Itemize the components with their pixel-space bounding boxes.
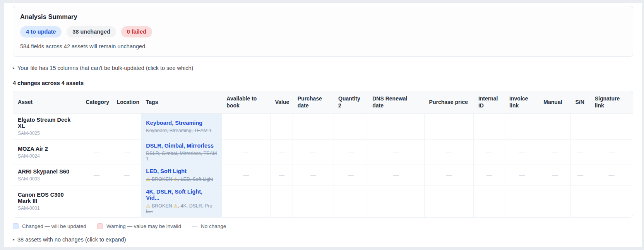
no-change-dash: — (393, 123, 399, 129)
no-change-dash: — (279, 172, 284, 178)
summary-note: 584 fields across 42 assets will remain … (20, 43, 626, 49)
no-change-dash: — (348, 172, 354, 178)
column-header: Signature link (590, 91, 633, 114)
no-change-cell: — (112, 165, 141, 185)
no-change-dash: — (577, 123, 583, 129)
legend-item-changed: Changed — will be updated (13, 223, 86, 229)
no-change-dash: — (94, 123, 99, 129)
chevron-right-icon: ▸ (13, 66, 15, 70)
column-header: Invoice link (505, 91, 539, 114)
warning-icon: ⚠ (146, 177, 150, 182)
no-change-cell: — (334, 165, 368, 185)
asset-code: SAM-0024 (18, 153, 76, 159)
changes-table: AssetCategoryLocationTagsAvailable to bo… (13, 91, 633, 218)
no-change-cell: — (271, 139, 293, 165)
no-change-cell: — (271, 185, 293, 218)
no-change-cell: — (474, 165, 505, 185)
no-change-cell: — (271, 114, 293, 139)
column-header: Purchase price (425, 91, 474, 114)
tags-old-value: ⚠ BROKEN ⚠, 4K, DSLR, Pro L... (146, 203, 217, 214)
no-change-dash: — (348, 149, 354, 155)
column-header: Value (271, 91, 293, 114)
no-change-cell: — (571, 139, 590, 165)
no-change-cell: — (81, 114, 112, 139)
tags-new-value: Keyboard, Streaming (146, 120, 217, 126)
column-header: Purchase date (293, 91, 334, 114)
no-change-cell: — (81, 165, 112, 185)
legend: Changed — will be updated Warning — valu… (13, 223, 633, 229)
tags-new-value: LED, Soft Light (146, 168, 217, 174)
warning-icon: ⚠ (173, 203, 178, 209)
no-change-dash: — (243, 149, 249, 155)
asset-name: Canon EOS C300 Mark III (18, 192, 76, 204)
no-change-dash: — (124, 198, 130, 204)
legend-item-no-change: — No change (192, 223, 226, 229)
summary-badge-row: 4 to update 38 unchanged 0 failed (20, 26, 626, 37)
table-row: Elgato Stream Deck XLSAM-0025——Keyboard,… (13, 114, 633, 139)
no-change-dash: — (446, 149, 452, 155)
no-change-cell: — (590, 139, 633, 165)
no-change-dash: — (279, 149, 284, 155)
asset-code: SAM-0001 (18, 206, 76, 211)
no-change-cell: — (112, 139, 141, 165)
no-change-dash: — (486, 123, 492, 129)
no-change-dash: — (552, 198, 558, 204)
legend-item-warning: Warning — value may be invalid (97, 223, 181, 229)
no-change-dash: — (243, 198, 249, 204)
table-body: Elgato Stream Deck XLSAM-0025——Keyboard,… (13, 114, 633, 218)
no-change-cell: — (112, 114, 141, 139)
no-change-dash: — (94, 172, 99, 178)
column-header: Tags (141, 91, 222, 114)
analysis-summary-title: Analysis Summary (20, 13, 626, 20)
no-change-dash: — (609, 172, 615, 178)
no-change-dash: — (609, 149, 615, 155)
no-change-dash: — (519, 123, 525, 129)
analysis-summary-card: Analysis Summary 4 to update 38 unchange… (13, 6, 633, 57)
warning-icon: ⚠ (146, 203, 150, 209)
changes-table-wrap: AssetCategoryLocationTagsAvailable to bo… (13, 91, 633, 218)
no-changes-disclosure[interactable]: ▸ 38 assets with no changes (click to ex… (13, 236, 633, 243)
no-change-dash: — (393, 198, 399, 204)
no-change-cell: — (505, 165, 539, 185)
no-change-dash: — (243, 172, 249, 178)
tags-changed-cell: LED, Soft Light⚠ BROKEN ⚠, LED, Soft Lig… (141, 165, 222, 185)
no-change-cell: — (425, 139, 474, 165)
no-change-dash: — (519, 172, 525, 178)
no-change-cell: — (539, 165, 570, 185)
no-change-cell: — (222, 139, 270, 165)
no-change-cell: — (293, 139, 334, 165)
column-header: Manual (539, 91, 570, 114)
no-change-dash: — (279, 198, 284, 204)
asset-code: SAM-0003 (18, 176, 76, 182)
tags-changed-cell: 4K, DSLR, Soft Light, Vid...⚠ BROKEN ⚠, … (141, 185, 222, 218)
asset-cell: MOZA Air 2SAM-0024 (13, 139, 81, 165)
no-change-cell: — (368, 139, 424, 165)
tags-changed-cell: DSLR, Gimbal, MirrorlessDSLR, Gimbal, Mi… (141, 139, 222, 165)
table-row: ARRI Skypanel S60SAM-0003——LED, Soft Lig… (13, 165, 633, 185)
no-change-dash: — (348, 198, 354, 204)
no-change-cell: — (368, 185, 424, 218)
no-change-cell: — (334, 114, 368, 139)
tags-old-value: Keyboard, Streaming, TEAM 1 (146, 128, 217, 133)
failed-badge: 0 failed (121, 26, 152, 37)
skipped-columns-disclosure[interactable]: ▸ Your file has 15 columns that can't be… (13, 65, 633, 71)
no-change-cell: — (425, 165, 474, 185)
import-review-page: Analysis Summary 4 to update 38 unchange… (4, 3, 642, 247)
no-change-dash: — (243, 123, 249, 129)
column-header: Available to book (222, 91, 270, 114)
no-change-cell: — (539, 185, 570, 218)
no-change-dash: — (486, 198, 492, 204)
no-change-dash: — (486, 172, 492, 178)
no-change-cell: — (571, 165, 590, 185)
tags-changed-cell: Keyboard, StreamingKeyboard, Streaming, … (141, 114, 222, 139)
no-change-cell: — (425, 114, 474, 139)
warning-swatch-icon (97, 223, 103, 229)
column-header: Quantity 2 (334, 91, 368, 114)
tags-new-value: DSLR, Gimbal, Mirrorless (146, 143, 217, 149)
no-change-dash: — (94, 198, 99, 204)
column-header: DNS Renewal date (368, 91, 424, 114)
no-change-cell: — (474, 139, 505, 165)
no-change-dash: — (446, 198, 452, 204)
no-change-dash: — (124, 172, 130, 178)
no-change-cell: — (112, 185, 141, 218)
